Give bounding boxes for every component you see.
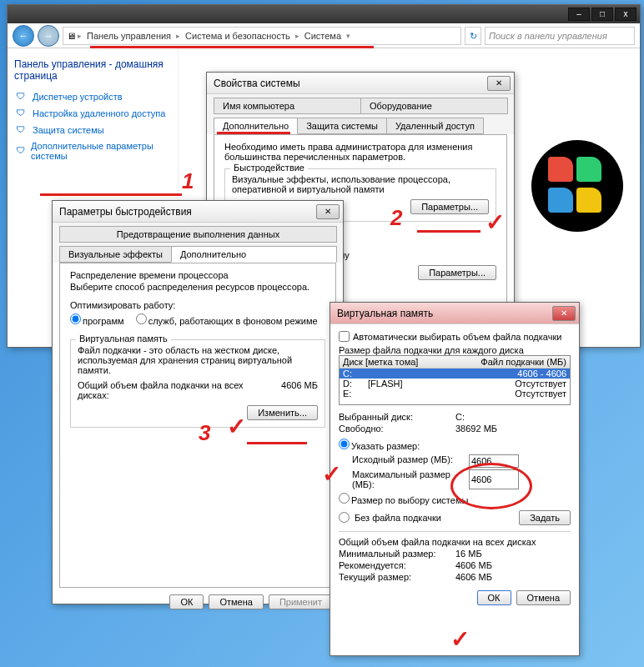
perf-settings-button[interactable]: Параметры... [410,199,489,214]
radio-no-paging[interactable]: Без файла подкачки [339,512,441,523]
drive-list[interactable]: Диск [метка тома]Файл подкачки (МБ) C:46… [339,355,571,405]
maximize-button[interactable]: □ [591,8,613,21]
search-input[interactable]: Поиск в панели управления [485,27,635,45]
tab-advanced[interactable]: Дополнительно [214,118,298,134]
sysprops-titlebar: Свойства системы ✕ [207,73,514,94]
vmem-total-label: Общий объем файла подкачки на всех диска… [78,380,244,400]
max-size-input[interactable] [469,469,519,489]
close-button[interactable]: ✕ [552,306,576,321]
apply-button[interactable]: Применит [269,594,333,609]
vmem-titlebar: Виртуальная память ✕ [330,303,579,324]
drive-row-c[interactable]: C:4606 - 4606 [340,369,570,379]
sysprops-title: Свойства системы [210,78,487,89]
radio-services[interactable]: служб, работающих в фоновом режиме [136,313,318,326]
close-button[interactable]: ✕ [316,204,340,219]
crumb-control-panel[interactable]: Панель управления [83,31,174,41]
crumb-security[interactable]: Система и безопасность [182,31,294,41]
tab-remote[interactable]: Удаленный доступ [386,118,484,134]
perf-tabs-row2: Визуальные эффекты Дополнительно [53,243,343,263]
cancel-button[interactable]: Отмена [209,594,263,609]
sidebar-advanced-system[interactable]: 🛡Дополнительные параметры системы [14,138,171,163]
profiles-settings-button[interactable]: Параметры... [418,265,496,280]
refresh-button[interactable]: ↻ [465,27,481,45]
shield-icon: 🛡 [16,108,28,119]
shield-icon: 🛡 [16,124,28,136]
sched-title: Распределение времени процессора [70,270,325,280]
auto-manage-checkbox[interactable] [339,331,350,342]
close-button[interactable]: x [615,8,636,21]
back-button[interactable]: ← [13,25,34,47]
breadcrumb[interactable]: 🖥 ▸ Панель управления ▸ Система и безопа… [63,27,461,45]
minimize-button[interactable]: – [568,8,590,21]
tab-visual-effects[interactable]: Визуальные эффекты [59,246,172,263]
auto-manage-label: Автоматически выбирать объем файла подка… [353,332,561,342]
crumb-system[interactable]: Система [301,31,345,41]
vmem-group: Виртуальная память Файл подкачки - это о… [70,339,325,428]
shield-icon: 🛡 [16,91,28,103]
cancel-button[interactable]: Отмена [516,590,571,605]
change-vmem-button[interactable]: Изменить... [247,405,318,420]
radio-programs[interactable]: программ [70,313,124,326]
drive-row-e[interactable]: E:Отсутствует [340,389,570,399]
set-button[interactable]: Задать [519,510,571,525]
address-bar: ← → 🖥 ▸ Панель управления ▸ Система и бе… [8,23,640,48]
perf-title: Параметры быстродействия [56,206,316,218]
close-button[interactable]: ✕ [487,76,511,91]
vmem-total-value: 4606 МБ [281,380,318,400]
initial-size-input[interactable] [469,454,519,468]
forward-button[interactable]: → [38,25,59,47]
vmem-group-title: Виртуальная память [76,334,171,344]
main-titlebar: – □ x [8,5,640,23]
tab-computer-name[interactable]: Имя компьютера [214,98,361,114]
perf-body: Распределение времени процессора Выберит… [59,263,336,588]
tab-protection[interactable]: Защита системы [297,118,387,134]
radio-custom-size[interactable]: Указать размер: [339,439,420,451]
tab-hardware[interactable]: Оборудование [360,98,508,114]
performance-options-window: Параметры быстродействия ✕ Предотвращени… [52,200,344,604]
ok-button[interactable]: ОК [477,590,511,605]
tab-advanced[interactable]: Дополнительно [171,246,337,263]
ok-button[interactable]: ОК [169,594,204,609]
opt-label: Оптимизировать работу: [70,300,325,310]
vmem-desc: Файл подкачки - это область на жестком д… [78,345,318,375]
windows-logo [531,140,623,232]
sysprops-intro: Необходимо иметь права администратора дл… [224,142,496,162]
computer-icon: 🖥 [67,31,76,41]
tab-dep[interactable]: Предотвращение выполнения данных [59,226,337,243]
perf-desc: Визуальные эффекты, использование процес… [232,174,489,194]
sysprops-tabs-row2: Дополнительно Защита системы Удаленный д… [207,114,514,134]
perf-tabs-row1: Предотвращение выполнения данных [53,223,343,243]
per-drive-label: Размер файла подкачки для каждого диска [339,345,571,355]
sidebar-title[interactable]: Панель управления - домашняя страница [14,58,171,82]
virtual-memory-window: Виртуальная память ✕ Автоматически выбир… [330,302,580,656]
shield-icon: 🛡 [16,145,26,157]
totals-title: Общий объем файла подкачки на всех диска… [339,537,571,547]
sidebar-device-manager[interactable]: 🛡Диспетчер устройств [14,88,171,105]
sidebar-system-protection[interactable]: 🛡Защита системы [14,122,171,138]
drive-row-d[interactable]: D:[FLASH]Отсутствует [340,379,570,389]
perf-titlebar: Параметры быстродействия ✕ [53,201,343,223]
vmem-body: Автоматически выбирать объем файла подка… [330,324,579,612]
vmem-title: Виртуальная память [334,308,552,319]
sched-desc: Выберите способ распределения ресурсов п… [70,282,325,292]
radio-system-managed[interactable]: Размер по выбору системы [339,493,468,505]
sysprops-tabs-row1: Имя компьютера Оборудование [207,94,514,114]
sidebar-remote-access[interactable]: 🛡Настройка удаленного доступа [14,105,171,122]
perf-group-title: Быстродействие [230,163,308,173]
